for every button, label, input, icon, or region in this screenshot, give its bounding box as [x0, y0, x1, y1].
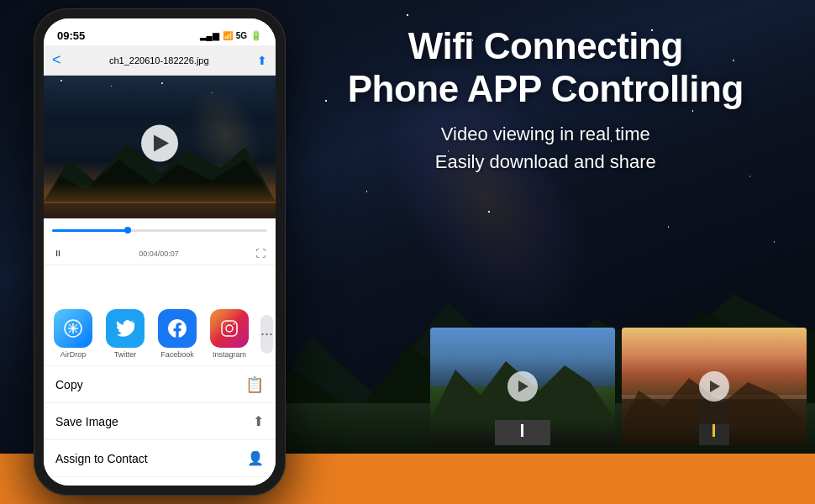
svg-point-13 [234, 323, 235, 325]
play-button-thumb1[interactable] [507, 371, 538, 402]
back-arrow-icon[interactable]: < [52, 51, 61, 69]
progress-fill [52, 229, 128, 232]
assign-contact-label: Assign to Contact [55, 452, 148, 465]
play-button[interactable] [141, 125, 178, 162]
video-thumb-desert[interactable] [622, 328, 807, 445]
airdrop-label: AirDrop [60, 350, 87, 359]
svg-point-12 [226, 325, 233, 332]
share-icon[interactable]: ⬆ [257, 54, 267, 67]
status-icons: ▂▄▆ 📶 5G 🔋 [200, 30, 262, 41]
facebook-label: Facebook [160, 350, 194, 359]
controls-row: ⏸ 00:04/00:07 ⛶ [44, 242, 276, 265]
menu-item-save-image[interactable]: Save Image ⬆ [44, 403, 276, 440]
main-title: Wifi Connecting Phone APP Controlling [310, 25, 781, 110]
video-thumbnails [430, 328, 807, 445]
play-button-thumb2[interactable] [699, 371, 729, 402]
instagram-icon [210, 309, 249, 348]
twitter-label: Twitter [114, 350, 137, 359]
play-triangle [154, 135, 169, 152]
more-icon[interactable]: ··· [260, 315, 273, 354]
wifi-icon: 📶 [223, 31, 233, 40]
phone-screen: 09:55 ▂▄▆ 📶 5G 🔋 < ch1_220610-182226.jpg… [44, 18, 276, 486]
menu-item-assign-contact[interactable]: Assign to Contact 👤 [44, 440, 276, 477]
progress-dot [124, 227, 131, 234]
file-name: ch1_220610-182226.jpg [68, 55, 250, 66]
signal-label: 5G [236, 31, 247, 40]
share-instagram[interactable]: Instagram [208, 309, 250, 359]
phone-frame: 09:55 ▂▄▆ 📶 5G 🔋 < ch1_220610-182226.jpg… [34, 8, 286, 496]
share-icons-row: AirDrop Twitter Fa [44, 299, 276, 366]
airdrop-icon [54, 309, 92, 348]
menu-item-copy[interactable]: Copy 📋 [44, 366, 276, 403]
svg-rect-11 [222, 321, 237, 336]
pause-icon[interactable]: ⏸ [54, 249, 62, 258]
status-bar: 09:55 ▂▄▆ 📶 5G 🔋 [44, 18, 276, 45]
signal-bars-icon: ▂▄▆ [200, 31, 219, 40]
white-gap [44, 265, 276, 299]
instagram-label: Instagram [213, 350, 246, 359]
video-thumb-mountain[interactable] [430, 328, 615, 445]
save-image-label: Save Image [55, 415, 118, 428]
copy-label: Copy [55, 378, 83, 391]
share-twitter[interactable]: Twitter [104, 309, 146, 359]
hero-text-area: Wifi Connecting Phone APP Controlling Vi… [310, 25, 781, 176]
status-time: 09:55 [57, 29, 85, 42]
phone-container: 09:55 ▂▄▆ 📶 5G 🔋 < ch1_220610-182226.jpg… [17, 8, 302, 462]
save-image-icon: ⬆ [253, 413, 264, 429]
menu-item-print[interactable]: Print 🖨 [44, 477, 276, 486]
progress-bar[interactable] [52, 229, 267, 232]
subtitle: Video viewing in real time Easily downlo… [310, 120, 781, 176]
progress-area [44, 218, 276, 242]
fullscreen-icon[interactable]: ⛶ [255, 248, 266, 260]
share-menu: Copy 📋 Save Image ⬆ Assign to Contact 👤 … [44, 366, 276, 486]
phone-video[interactable] [44, 76, 276, 218]
address-bar: < ch1_220610-182226.jpg ⬆ [44, 45, 276, 76]
share-airdrop[interactable]: AirDrop [52, 309, 94, 359]
share-facebook[interactable]: Facebook [156, 309, 198, 359]
twitter-icon [106, 309, 145, 348]
assign-contact-icon: 👤 [247, 450, 264, 466]
copy-icon: 📋 [245, 375, 264, 394]
battery-icon: 🔋 [250, 30, 262, 41]
facebook-icon [158, 309, 197, 348]
time-display: 00:04/00:07 [139, 249, 179, 258]
